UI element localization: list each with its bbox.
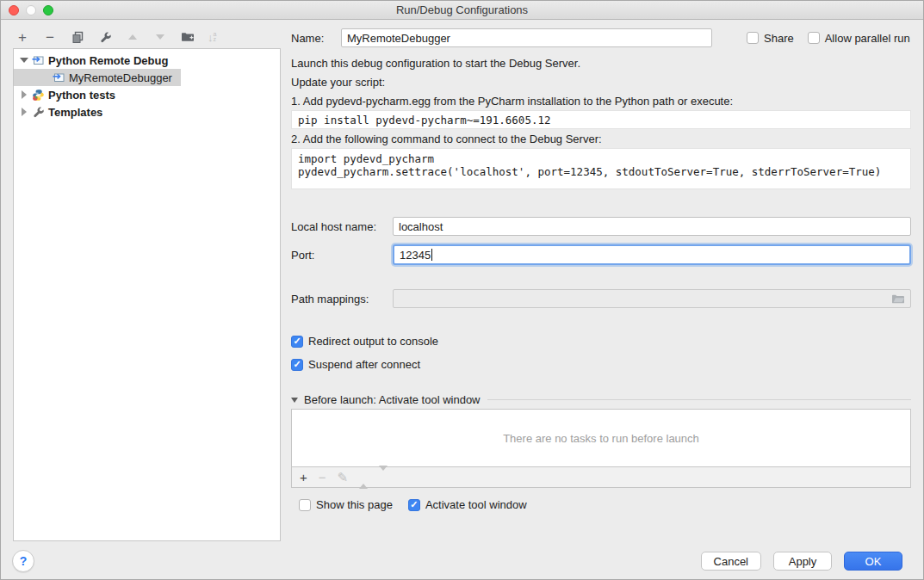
suspend-after-connect-label: Suspend after connect <box>308 358 420 371</box>
collapse-triangle-icon[interactable] <box>291 398 298 403</box>
remove-task-button: − <box>319 471 326 484</box>
edit-defaults-wrench-icon[interactable] <box>97 29 113 45</box>
question-mark-icon: ? <box>20 554 28 568</box>
checkbox-icon <box>747 32 759 44</box>
run-debug-configurations-dialog: Run/Debug Configurations + − ↓ az Python… <box>0 0 924 580</box>
local-host-input[interactable] <box>393 217 911 236</box>
edit-task-pencil-icon: ✎ <box>338 471 349 484</box>
cancel-button[interactable]: Cancel <box>701 552 761 571</box>
activate-tool-window-checkbox[interactable]: Activate tool window <box>408 498 527 511</box>
before-launch-title: Before launch: Activate tool window <box>304 393 481 406</box>
minimize-button <box>26 5 36 15</box>
move-task-up-icon <box>359 471 368 484</box>
zoom-button[interactable] <box>43 5 53 15</box>
empty-tasks-message: There are no tasks to run before launch <box>503 432 699 445</box>
templates-wrench-icon <box>32 106 45 119</box>
tree-item-templates[interactable]: Templates <box>14 103 280 120</box>
name-row: Name: Share Allow parallel run <box>291 28 911 47</box>
show-this-page-label: Show this page <box>316 498 393 511</box>
ok-button[interactable]: OK <box>844 552 902 571</box>
apply-button[interactable]: Apply <box>773 552 832 571</box>
remote-debug-icon <box>53 71 65 84</box>
tree-item-myremotedebugger[interactable]: MyRemoteDebugger <box>14 69 280 86</box>
browse-folder-icon[interactable] <box>891 293 905 305</box>
close-button[interactable] <box>9 5 19 15</box>
port-value: 12345 <box>400 249 431 262</box>
path-mappings-input[interactable] <box>393 289 911 308</box>
code-line-1: import pydevd_pycharm <box>298 152 904 165</box>
tree-item-python-tests[interactable]: Python tests <box>14 86 280 103</box>
description-text: Launch this debug configuration to start… <box>291 57 580 70</box>
tree-item-label: MyRemoteDebugger <box>69 71 172 84</box>
checkbox-checked-icon <box>291 359 303 371</box>
activate-tool-window-label: Activate tool window <box>425 498 527 511</box>
sort-alphabetically-icon: ↓ az <box>208 31 216 44</box>
step1-text: 1. Add pydevd-pycharm.egg from the PyCha… <box>291 95 733 108</box>
add-task-button[interactable]: + <box>300 471 307 484</box>
move-down-icon <box>152 29 168 45</box>
text-caret <box>431 249 432 261</box>
code-line-2: pydevd_pycharm.settrace('localhost', por… <box>298 165 904 178</box>
dialog-buttons: Cancel Apply OK <box>701 552 902 571</box>
settrace-code-block[interactable]: import pydevd_pycharm pydevd_pycharm.set… <box>291 148 911 189</box>
share-label: Share <box>764 32 794 45</box>
redirect-output-checkbox[interactable]: Redirect output to console <box>291 335 438 348</box>
path-mappings-row: Path mappings: <box>291 289 911 308</box>
remove-configuration-button[interactable]: − <box>42 29 58 45</box>
pip-command-text: pip install pydevd-pycharm~=191.6605.12 <box>298 114 551 126</box>
expander-collapsed-icon[interactable] <box>19 108 29 116</box>
port-row: Port: 12345 <box>291 244 911 266</box>
share-checkbox[interactable]: Share <box>747 32 794 45</box>
configurations-toolbar: + − ↓ az <box>15 28 216 46</box>
expander-collapsed-icon[interactable] <box>19 90 29 99</box>
name-input[interactable] <box>341 28 712 47</box>
configuration-editor: Name: Share Allow parallel run Launch th… <box>291 1 913 580</box>
tree-item-label: Python Remote Debug <box>48 54 168 67</box>
checkbox-checked-icon <box>291 336 303 348</box>
before-launch-header[interactable]: Before launch: Activate tool window <box>291 393 911 406</box>
path-mappings-label: Path mappings: <box>291 293 393 305</box>
checkbox-checked-icon <box>408 499 420 511</box>
new-folder-icon[interactable] <box>180 29 195 45</box>
port-label: Port: <box>291 249 393 262</box>
copy-configuration-icon[interactable] <box>70 29 85 45</box>
allow-parallel-run-label: Allow parallel run <box>825 32 910 45</box>
redirect-output-label: Redirect output to console <box>308 335 438 348</box>
name-label: Name: <box>291 32 341 45</box>
checkbox-icon <box>808 32 820 44</box>
add-configuration-button[interactable]: + <box>15 29 30 45</box>
local-host-label: Local host name: <box>291 220 393 233</box>
python-tests-icon <box>32 89 45 102</box>
traffic-lights <box>9 5 53 15</box>
step2-text: 2. Add the following command to connect … <box>291 133 602 145</box>
port-input[interactable]: 12345 <box>393 244 911 265</box>
help-button[interactable]: ? <box>12 550 34 572</box>
tree-item-label: Python tests <box>48 89 115 102</box>
pip-command-code[interactable]: pip install pydevd-pycharm~=191.6605.12 <box>291 110 911 129</box>
move-up-icon <box>125 29 140 45</box>
checkbox-icon <box>299 499 311 511</box>
tasks-toolbar: + − ✎ <box>291 467 911 488</box>
move-task-down-icon <box>379 471 388 484</box>
tree-item-python-remote-debug[interactable]: Python Remote Debug <box>14 52 280 69</box>
local-host-row: Local host name: <box>291 217 911 236</box>
suspend-after-connect-checkbox[interactable]: Suspend after connect <box>291 358 420 371</box>
configurations-tree: Python Remote Debug MyRemoteDebugger Pyt… <box>13 48 281 541</box>
update-script-label: Update your script: <box>291 76 385 89</box>
remote-debug-icon <box>32 54 45 67</box>
tree-item-label: Templates <box>48 106 102 119</box>
expander-expanded-icon[interactable] <box>19 58 29 63</box>
show-this-page-checkbox[interactable]: Show this page <box>299 498 393 511</box>
before-launch-tasks-panel[interactable]: There are no tasks to run before launch <box>291 409 911 467</box>
allow-parallel-run-checkbox[interactable]: Allow parallel run <box>808 32 910 45</box>
section-divider <box>487 399 911 400</box>
